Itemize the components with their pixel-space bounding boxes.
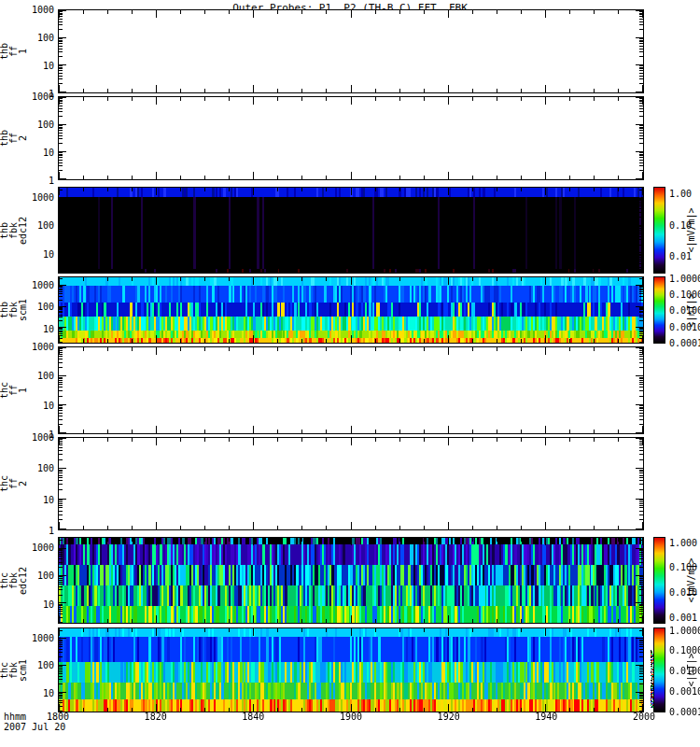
y-tick-label: 10 (17, 599, 54, 610)
panel-label-text: thb ff 1 (0, 43, 28, 60)
panel-canvas-thb_fbk_scm1 (59, 277, 643, 343)
x-tick-label: 1900 (329, 712, 373, 722)
panel-plot-thc_ff_2 (58, 437, 644, 530)
colorbar-unit-text: <|mV/m|> (686, 207, 696, 252)
panel-plot-thc_fbk_scm1 (58, 627, 644, 712)
y-tick-label: 1000 (17, 192, 54, 203)
panel-plot-thc_fbk_edc12 (58, 537, 644, 624)
y-tick-label: 100 (17, 302, 54, 312)
panel-label-thc_ff_1: thc ff 1 (0, 346, 28, 434)
y-tick-label: 100 (17, 463, 54, 473)
y-tick-label: 1000 (17, 92, 54, 102)
panel-canvas-thb_ff_1 (59, 10, 643, 92)
y-tick-label: 1000 (17, 280, 54, 290)
x-tick-label: 1800 (35, 712, 80, 722)
x-axis-unit-label: hhmm (4, 712, 26, 722)
panel-label-thb_ff_1: thb ff 1 (0, 9, 28, 93)
panel-canvas-thb_ff_2 (59, 97, 643, 179)
y-tick-label: 10 (17, 324, 54, 334)
y-tick-label: 100 (17, 120, 54, 130)
panel-plot-thb_ff_1 (58, 9, 644, 93)
y-tick-label: 1000 (17, 432, 54, 443)
y-tick-label: 10 (17, 148, 54, 158)
y-tick-label: 1000 (17, 5, 54, 15)
y-tick-label: 1000 (17, 543, 54, 553)
colorbar-unit-thc_fbk_edc12: <|mV/m|> (682, 537, 699, 624)
y-tick-label: 1 (17, 526, 54, 536)
y-tick-label: 100 (17, 371, 54, 381)
colorbar-thc_fbk_scm1 (653, 627, 665, 712)
colorbar-unit-text: <|nT|> (686, 293, 696, 327)
y-tick-label: 10 (17, 61, 54, 71)
panel-label-text: thc ff 2 (0, 475, 28, 492)
colorbar-unit-thc_fbk_scm1: <|nT|> (682, 627, 699, 712)
y-tick-label: 100 (17, 33, 54, 43)
panel-plot-thb_ff_2 (58, 96, 644, 180)
panel-plot-thb_fbk_scm1 (58, 276, 644, 344)
y-tick-label: 100 (17, 660, 54, 670)
panel-canvas-thc_fbk_scm1 (59, 628, 643, 712)
y-tick-label: 1000 (17, 633, 54, 643)
panel-plot-thc_ff_1 (58, 346, 644, 434)
panel-label-thb_ff_2: thb ff 2 (0, 96, 28, 180)
spectrogram-figure: Outer Probes: P1, P2 (TH-B,C) FFT, FBK h… (0, 0, 700, 747)
colorbar-unit-text: <|mV/m|> (686, 557, 696, 602)
x-tick-label: 2000 (622, 712, 666, 722)
panel-label-thc_ff_2: thc ff 2 (0, 437, 28, 530)
panel-canvas-thc_ff_2 (59, 438, 643, 529)
y-tick-label: 10 (17, 401, 54, 411)
panel-canvas-thc_fbk_edc12 (59, 538, 643, 623)
colorbar-unit-text: <|nT|> (686, 653, 696, 686)
colorbar-unit-thb_fbk_scm1: <|nT|> (682, 276, 699, 344)
x-axis-date-label: 2007 Jul 20 (4, 722, 65, 732)
y-tick-label: 100 (17, 571, 54, 581)
colorbar-unit-thb_fbk_edc12: <|mV/m|> (682, 187, 699, 274)
colorbar-thc_fbk_edc12 (653, 537, 665, 624)
colorbar-thb_fbk_scm1 (653, 276, 665, 344)
y-tick-label: 100 (17, 220, 54, 231)
panel-canvas-thb_fbk_edc12 (59, 188, 643, 273)
y-tick-label: 1 (17, 176, 54, 186)
y-tick-label: 10 (17, 495, 54, 505)
x-tick-label: 1940 (524, 712, 568, 722)
y-tick-label: 1000 (17, 342, 54, 352)
panel-label-text: thb ff 2 (0, 130, 28, 147)
panel-label-text: thc ff 1 (0, 382, 28, 399)
x-tick-label: 1840 (231, 712, 275, 722)
panel-plot-thb_fbk_edc12 (58, 187, 644, 274)
y-tick-label: 10 (17, 249, 54, 260)
x-tick-label: 1920 (427, 712, 471, 722)
x-tick-label: 1820 (133, 712, 178, 722)
panel-canvas-thc_ff_1 (59, 347, 643, 433)
y-tick-label: 10 (17, 688, 54, 698)
colorbar-thb_fbk_edc12 (653, 187, 665, 274)
